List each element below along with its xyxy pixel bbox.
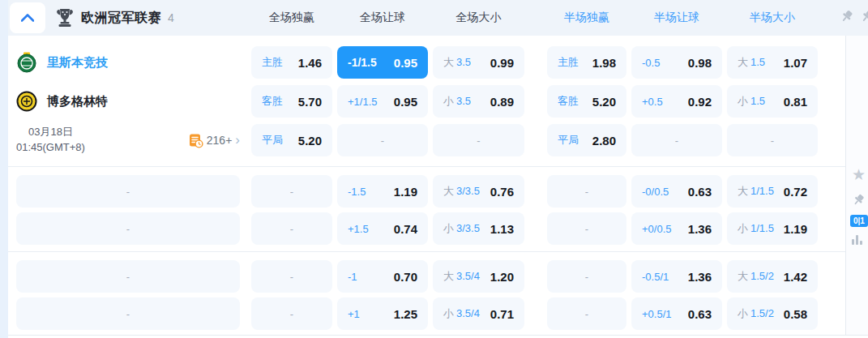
odds-cell[interactable]: 客胜5.20 [547, 85, 626, 118]
odds-cell-empty: - [631, 124, 722, 156]
column-group-gap [529, 124, 542, 156]
odds-cell[interactable]: 主胜1.46 [251, 46, 332, 79]
odds-cell-empty: - [251, 175, 332, 208]
odds-cell[interactable]: 平局5.20 [251, 124, 332, 156]
column-group-gap [529, 85, 542, 118]
odds-cell[interactable]: +0.50.92 [631, 85, 722, 118]
column-header-ft-1x2[interactable]: 全场独赢 [251, 11, 332, 25]
home-team-row[interactable]: 里斯本竞技 [16, 46, 240, 79]
odds-cell[interactable]: 大1/1.50.72 [727, 175, 818, 208]
column-group-gap [529, 212, 542, 245]
pin-icon[interactable] [840, 9, 854, 24]
away-team-row[interactable]: 博多格林特 [16, 85, 240, 118]
odds-cell[interactable]: 小3.5/40.71 [433, 297, 524, 330]
odds-cell[interactable]: 客胜5.70 [251, 85, 332, 118]
markets-count: 216+ [207, 134, 233, 147]
odds-cell[interactable]: +0.5/10.63 [631, 297, 722, 330]
odds-cell[interactable]: 主胜1.98 [547, 46, 626, 79]
champions-league-trophy-icon [55, 7, 75, 28]
odds-cell[interactable]: 大3/3.50.76 [433, 175, 524, 208]
column-headers: 全场独赢 全场让球 全场大小 半场独赢 半场让球 半场大小 [251, 11, 818, 25]
odds-body: 里斯本竞技 博多格林特 03月18日 01:45(G [8, 36, 845, 336]
pin-icon[interactable] [852, 193, 866, 210]
odds-cell[interactable]: 大1.5/21.42 [727, 260, 818, 293]
odds-cell-empty: - [727, 124, 818, 156]
odds-cell-empty: - [547, 297, 626, 330]
empty-label-column: -- [8, 260, 251, 330]
odds-block-alt-lines-2: -- --10.70大3.5/41.20--0.5/11.36大1.5/21.4… [8, 251, 845, 336]
odds-cell-empty: - [337, 124, 428, 156]
league-header: 欧洲冠军联赛 4 全场独赢 全场让球 全场大小 半场独赢 半场让球 半场大小 [8, 0, 868, 36]
column-group-gap [529, 297, 542, 330]
odds-cell-empty: - [547, 175, 626, 208]
odds-cell-empty: - [433, 124, 524, 156]
odds-cell-selected[interactable]: -1/1.50.95 [337, 46, 428, 79]
league-zone: 欧洲冠军联赛 4 [8, 2, 251, 33]
odds-cell-empty: - [251, 212, 332, 245]
column-group-gap [529, 175, 542, 208]
odds-cell[interactable]: 大3.50.99 [433, 46, 524, 79]
more-markets-link[interactable]: 216+ › [188, 133, 240, 148]
odds-cell[interactable]: +1.50.74 [337, 212, 428, 245]
match-date: 03月18日 [16, 125, 85, 140]
left-strip [0, 0, 8, 338]
league-name[interactable]: 欧洲冠军联赛 [81, 10, 161, 27]
odds-cell-empty: - [16, 175, 240, 208]
right-rail: ★ 0|1 [845, 36, 868, 335]
empty-label-column: -- [8, 175, 251, 245]
markets-list-icon [188, 133, 203, 148]
odds-cell-empty: - [16, 212, 240, 245]
match-datetime: 03月18日 01:45(GMT+8) [16, 125, 85, 156]
odds-cell[interactable]: 小1.5/20.58 [727, 297, 818, 330]
odds-grid-3: --10.70大3.5/41.20--0.5/11.36大1.5/21.42-+… [251, 260, 818, 330]
chevron-right-icon: › [235, 133, 240, 147]
match-meta-row: 03月18日 01:45(GMT+8) 216+ › [16, 124, 240, 156]
odds-cell[interactable]: -1.51.19 [337, 175, 428, 208]
odds-cell[interactable]: -0.50.98 [631, 46, 722, 79]
header-pins [840, 9, 868, 24]
odds-grid-1: 主胜1.46-1/1.50.95大3.50.99主胜1.98-0.50.98大1… [251, 46, 818, 156]
odds-cell-empty: - [547, 260, 626, 293]
home-team-name: 里斯本竞技 [47, 55, 108, 71]
stats-bars-icon[interactable] [852, 235, 862, 245]
odds-cell[interactable]: +11.25 [337, 297, 428, 330]
odds-cell[interactable]: 大1.51.07 [727, 46, 818, 79]
odds-cell[interactable]: +0/0.51.36 [631, 212, 722, 245]
away-team-logo-icon [16, 91, 37, 112]
column-header-ft-handicap[interactable]: 全场让球 [337, 11, 428, 25]
match-count: 4 [168, 11, 174, 24]
bottom-divider [8, 335, 868, 336]
odds-cell[interactable]: 小3.50.89 [433, 85, 524, 118]
odds-cell[interactable]: +1/1.50.95 [337, 85, 428, 118]
match-time: 01:45(GMT+8) [16, 140, 85, 156]
chevron-up-icon [21, 14, 34, 22]
column-header-ht-ou[interactable]: 半场大小 [727, 11, 818, 25]
collapse-button[interactable] [10, 2, 45, 33]
column-header-ft-ou[interactable]: 全场大小 [433, 11, 524, 25]
odds-cell-empty: - [251, 260, 332, 293]
odds-grid-2: --1.51.19大3/3.50.76--0/0.50.63大1/1.50.72… [251, 175, 818, 245]
odds-block-alt-lines-1: -- --1.51.19大3/3.50.76--0/0.50.63大1/1.50… [8, 166, 845, 251]
odds-cell-empty: - [16, 260, 240, 293]
column-header-ht-1x2[interactable]: 半场独赢 [547, 11, 626, 25]
odds-cell-empty: - [16, 297, 240, 330]
score-badge[interactable]: 0|1 [850, 215, 868, 227]
odds-cell[interactable]: 小3/3.51.13 [433, 212, 524, 245]
column-header-ht-handicap[interactable]: 半场让球 [631, 11, 722, 25]
away-team-name: 博多格林特 [47, 94, 108, 109]
odds-cell[interactable]: -0.5/11.36 [631, 260, 722, 293]
odds-block-fulltime: 里斯本竞技 博多格林特 03月18日 01:45(G [8, 36, 845, 166]
odds-cell-empty: - [547, 212, 626, 245]
match-info-column: 里斯本竞技 博多格林特 03月18日 01:45(G [8, 46, 251, 156]
odds-cell-empty: - [251, 297, 332, 330]
odds-cell[interactable]: 小1/1.51.19 [727, 212, 818, 245]
odds-cell[interactable]: -10.70 [337, 260, 428, 293]
odds-cell[interactable]: 小1.50.81 [727, 85, 818, 118]
betting-odds-panel: 欧洲冠军联赛 4 全场独赢 全场让球 全场大小 半场独赢 半场让球 半场大小 [0, 0, 868, 338]
odds-cell[interactable]: 平局2.80 [547, 124, 626, 156]
odds-cell[interactable]: -0/0.50.63 [631, 175, 722, 208]
home-team-logo-icon [16, 52, 37, 73]
pin-icon[interactable] [860, 9, 868, 24]
odds-cell[interactable]: 大3.5/41.20 [433, 260, 524, 293]
favorite-star-icon[interactable]: ★ [852, 165, 866, 184]
